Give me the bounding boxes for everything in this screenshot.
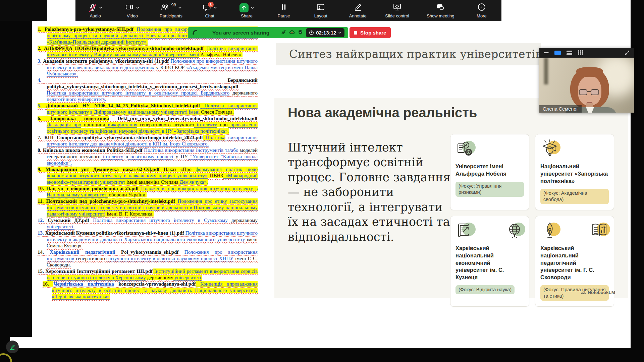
video-panel-toolbar [539, 48, 634, 58]
policy-description[interactable]: педагогічного університету. [47, 97, 106, 102]
chevron-down-icon[interactable] [213, 6, 217, 9]
policy-filename: Сумський ДУ.pdf [48, 218, 89, 223]
university-cards: Університет імені Альфреда Нобеля (Фокус… [450, 134, 614, 307]
expand-video-icon[interactable] [625, 50, 630, 55]
stop-share-label: Stop share [360, 30, 386, 36]
layout-button[interactable]: Layout [310, 0, 332, 21]
policy-item: 3. Академія мистецтв polojennya_vikorist… [38, 58, 258, 77]
policy-description: імені В. Г. Короленка. [105, 211, 153, 217]
pause-label: Pause [278, 13, 290, 18]
mic-muted-icon [88, 3, 97, 12]
chevron-down-icon[interactable] [178, 6, 182, 9]
focus-badge: (Фокус: Академічна свобода) [540, 189, 609, 204]
slide-control-label: Slide control [385, 13, 409, 18]
sharing-status-section: You are screen sharing [188, 27, 348, 38]
policy-list: 1. Polozhennya-pro-vykorystannya-SHI.pdf… [38, 26, 258, 300]
policy-description[interactable]: Політика [203, 135, 225, 140]
policy-description: у ПУ [173, 154, 187, 159]
meeting-toolbar: Audio Video [75, 0, 501, 21]
item-number: 2. [38, 46, 44, 51]
item-number: 10. [38, 186, 46, 191]
chat-icon: 3 [203, 3, 211, 12]
stop-share-button[interactable]: Stop share [350, 27, 391, 38]
audio-button[interactable]: Audio [84, 0, 106, 21]
layout-label: Layout [314, 13, 327, 18]
item-number: 16. [43, 281, 53, 287]
policy-description[interactable]: інтелекту [101, 154, 123, 160]
annotate-button[interactable]: Annotate [347, 0, 369, 21]
active-speaker-view-icon[interactable] [554, 51, 561, 55]
item-number: 15. [38, 268, 45, 274]
policy-description: імені академіка Степана [125, 179, 178, 185]
policy-description[interactable]: Декларація про [47, 122, 81, 128]
policy-description[interactable]: освітньому процесі [128, 154, 173, 160]
policy-description: Наказ «Про [160, 167, 192, 172]
video-thumbnail-panel: Олена Семеног [539, 48, 634, 113]
pause-icon [280, 3, 288, 13]
glasses [579, 89, 587, 95]
policy-filename: Міжнародний унт Демянчука наказ-62-ОД.pd… [46, 167, 160, 172]
policy-item: 5. Дніпровський НУ N106_14_04_25_Polityk… [38, 103, 258, 115]
item-number: 5. [38, 103, 46, 108]
video-label: Video [127, 13, 138, 18]
policy-item: 2. АЛЬФРЕДА НОБЕЛЯpolityka-vykorystannya… [38, 45, 258, 58]
meeting-timer[interactable]: 02:13:12 [306, 28, 344, 37]
pause-button[interactable]: Pause [273, 0, 295, 21]
item-number: 4. [38, 77, 227, 83]
notebooklm-watermark: NotebookLM [581, 290, 615, 295]
annotation-pencil-button[interactable] [6, 341, 19, 353]
corner-annotation-stroke [0, 353, 12, 362]
policy-description[interactable]: штучного інтелекту в освітньо-науковому … [107, 256, 233, 261]
more-button[interactable]: More [471, 0, 493, 21]
item-number: 14. [38, 249, 50, 255]
security-shield-icon [298, 29, 303, 36]
policy-description[interactable]: інтелекту [194, 122, 217, 128]
policy-description[interactable]: університеті. [47, 224, 74, 230]
policy-description[interactable]: Політика використання штучного інтелекту… [89, 218, 228, 223]
slide-control-icon [393, 3, 401, 13]
card-zaporizhzhia-polytechnic: Національний університет «Запорізька пол… [535, 134, 614, 210]
chat-button[interactable]: 3 Chat [199, 0, 221, 21]
item-number: 6. [38, 116, 50, 121]
card-title: Харківський національний педагогічний ун… [540, 245, 609, 281]
item-number: 9. [38, 167, 46, 172]
policy-item: 16. Чернігівська політехніка konczepczia… [38, 281, 258, 300]
policy-filename: Pol_vykorystannia_shi.pdf [115, 249, 179, 255]
participants-button[interactable]: 98 Participants [158, 0, 184, 21]
policy-item: 11. Полтавський пед polozhennya-pro-shtu… [38, 198, 258, 217]
policy-filename: Дніпровський НУ N106_14_04_25_Polityka_S… [46, 103, 200, 108]
chevron-down-icon[interactable] [99, 6, 103, 9]
audio-label: Audio [90, 13, 101, 18]
gallery-view-icon[interactable] [578, 50, 583, 55]
item-number: 7. [38, 135, 44, 140]
policy-description[interactable]: Чернігівська політехніка [53, 281, 114, 287]
policy-description[interactable]: Харківський педагогічний [50, 249, 115, 255]
globe-icon [505, 221, 524, 240]
chevron-down-icon[interactable] [251, 6, 254, 9]
show-meeting-icon [436, 3, 445, 13]
policy-description[interactable]: Дем'янчука». [178, 179, 208, 185]
minimize-video-icon[interactable] [544, 52, 549, 53]
policy-filename: Херсонський Інституційний регламент ШІ.p… [45, 268, 153, 274]
timer-value: 02:13:12 [316, 30, 336, 36]
policy-description[interactable]: Політика використання штучного інтелекту… [47, 90, 229, 96]
chevron-down-icon[interactable] [338, 32, 341, 34]
screen-sharing-bar: You are screen sharing [188, 27, 391, 38]
policy-description[interactable]: Політика використання інструментів та/аб… [143, 147, 238, 153]
policy-description: ПВНЗ [208, 173, 223, 178]
share-up-arrow-icon [239, 3, 249, 12]
slide-control-button[interactable]: Slide control [384, 0, 411, 21]
policy-filename: konczepczia-vprovadgennya-shi.pdf [114, 281, 196, 287]
sharing-swoosh-icon [192, 29, 198, 37]
video-button[interactable]: Video [121, 0, 143, 21]
policy-item: 6. Запорязька полетхніка Dekl_pro_pryn_v… [38, 115, 258, 134]
share-button[interactable]: Share [236, 0, 258, 21]
stacked-view-icon[interactable] [567, 51, 572, 55]
policy-description: в [123, 154, 128, 159]
slide-body-text: Штучний інтелект трансформує освітній пр… [288, 140, 451, 244]
participants-label: Participants [160, 13, 182, 18]
policy-description[interactable]: використання [105, 122, 138, 128]
policy-description[interactable]: університеті. [173, 275, 202, 281]
chevron-down-icon[interactable] [136, 6, 140, 9]
show-meeting-button[interactable]: Show meeting [425, 0, 455, 21]
